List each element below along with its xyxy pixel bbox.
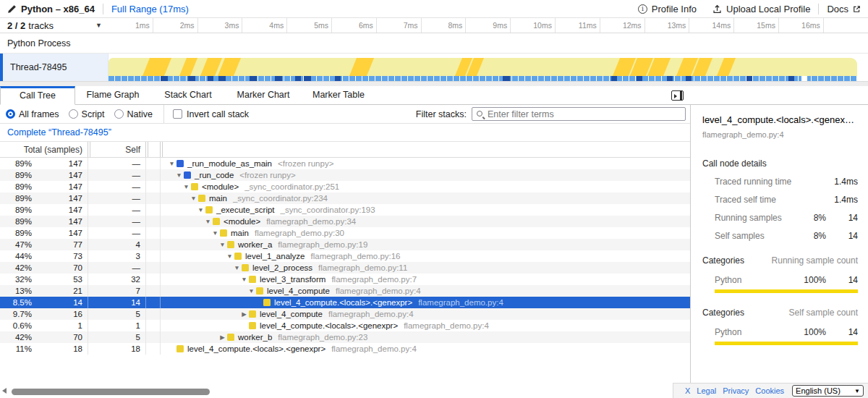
open-sidebar-toggle-icon[interactable] [671,90,684,101]
ruler-tick: 8ms [422,18,467,33]
function-name: <module> [224,217,260,226]
expand-arrow-down-icon[interactable]: ▼ [167,160,176,167]
tab-marker-table[interactable]: Marker Table [301,86,376,104]
call-tree-panel: All framesScriptNative Invert call stack… [0,105,691,398]
column-separator[interactable] [160,142,163,157]
cell-function: level_4_compute.<locals>.<genexpr>flameg… [163,298,690,307]
expand-arrow-down-icon[interactable]: ▼ [225,253,234,260]
radio-script[interactable]: Script [69,109,105,119]
radio-all-frames[interactable]: All frames [6,109,59,119]
divider [103,4,103,14]
thread-track-row[interactable]: Thread-78495 [0,54,868,81]
tab-call-tree[interactable]: Call Tree [0,86,75,105]
call-tree-row[interactable]: 89%147—▼_run_code<frozen runpy> [0,169,690,181]
expand-arrow-down-icon[interactable]: ▼ [232,264,242,271]
profile-info-button[interactable]: i Profile Info [638,4,697,14]
tab-marker-chart[interactable]: Marker Chart [226,86,301,104]
filter-text-field[interactable] [488,109,681,119]
expand-arrow-down-icon[interactable]: ▼ [174,172,184,179]
call-tree-row[interactable]: 9.7%165▶level_4_computeflamegraph_demo.p… [0,308,690,320]
sample-marker [161,76,168,81]
call-tree-row[interactable]: 89%147—▼<module>flamegraph_demo.py:34 [0,216,690,227]
call-tree-row[interactable]: 89%147—▼<module>_sync_coordinator.py:251 [0,181,690,192]
sample-marker [611,76,617,81]
expand-arrow-down-icon[interactable]: ▼ [182,183,191,190]
cell-function: ▼level_2_processflamegraph_demo.py:11 [163,263,690,272]
file-location: flamegraph_demo.py:34 [266,217,356,226]
category-square-blue [184,172,191,179]
upload-profile-button[interactable]: Upload Local Profile [712,4,810,14]
ruler-ticks: 1ms2ms3ms4ms5ms6ms7ms8ms9ms10ms11ms12ms1… [109,18,868,33]
call-tree-row[interactable]: 47%774▼worker_aflamegraph_demo.py:19 [0,239,690,250]
samples-strip[interactable] [109,76,857,81]
horizontal-scrollbar[interactable] [12,389,210,395]
call-tree-row[interactable]: 89%147—▼main_sync_coordinator.py:234 [0,192,690,204]
expand-arrow-down-icon[interactable]: ▼ [247,287,256,295]
call-tree-row[interactable]: 0.6%11level_4_compute.<locals>.<genexpr>… [0,320,690,331]
radio-native[interactable]: Native [114,109,153,119]
docs-button[interactable]: Docs [827,4,861,14]
language-select[interactable]: English (US) ▼ [792,385,864,397]
thread-activity-track[interactable] [109,54,868,81]
sample-marker [667,76,673,81]
call-tree-row[interactable]: 89%147—▼mainflamegraph_demo.py:30 [0,227,690,239]
call-tree-row[interactable]: 89%147—▼_execute_script_sync_coordinator… [0,204,690,216]
file-location: <frozen runpy> [239,171,295,179]
footer-link-privacy[interactable]: Privacy [723,386,749,395]
call-tree-row[interactable]: 8.5%1414level_4_compute.<locals>.<genexp… [0,297,690,308]
category-square-yellow [263,299,271,306]
cell-self: — [90,159,145,168]
column-separator [145,320,148,331]
ruler-tick: 5ms [287,18,332,33]
footer-link-cookies[interactable]: Cookies [755,386,784,395]
tab-stack-chart[interactable]: Stack Chart [150,86,226,104]
ruler-tick: 14ms [689,18,734,33]
call-tree-row[interactable]: 44%733▼level_1_analyzeflamegraph_demo.py… [0,250,690,262]
column-separator [145,250,148,262]
col-header-total[interactable]: Total (samples) [0,145,88,155]
call-tree-row[interactable]: 42%70—▼level_2_processflamegraph_demo.py… [0,262,690,274]
ruler-tick: 10ms [511,18,556,33]
column-separator[interactable] [145,142,148,157]
stack-filter-input[interactable] [472,107,686,121]
function-name: <module> [202,182,239,191]
call-node-sidebar: level_4_compute.<locals>.<genexpr> flame… [691,105,868,398]
expand-arrow-down-icon[interactable]: ▼ [196,206,205,213]
expand-arrow-down-icon[interactable]: ▼ [239,276,249,283]
tab-flame-graph[interactable]: Flame Graph [75,86,150,104]
file-location: flamegraph_demo.py:4 [331,344,417,353]
breadcrumb-complete-thread[interactable]: Complete “Thread-78495” [7,127,111,137]
ruler-tick: 12ms [600,18,645,33]
function-name: _run_code [195,171,234,179]
call-tree-row[interactable]: 13%217▼level_4_computeflamegraph_demo.py… [0,285,690,297]
edit-pencil-icon[interactable] [7,4,17,14]
cell-self: — [90,194,145,203]
scroll-left-arrow-icon[interactable] [2,388,7,394]
call-tree-row[interactable]: 42%705▶worker_bflamegraph_demo.py:23 [0,331,690,343]
expand-arrow-down-icon[interactable]: ▼ [203,218,213,225]
call-tree-row[interactable]: 11%1818level_4_compute.<locals>.<genexpr… [0,343,690,355]
ruler-tick: 13ms [645,18,690,33]
function-name: level_2_process [252,263,312,272]
footer-link-legal[interactable]: Legal [697,386,716,395]
function-name: worker_b [238,333,272,342]
cell-function: level_4_compute.<locals>.<genexpr>flameg… [163,344,690,353]
expand-arrow-down-icon[interactable]: ▼ [218,241,227,248]
invert-call-stack-checkbox[interactable]: Invert call stack [173,109,249,119]
tracks-dropdown[interactable]: 2 / 2 tracks ▼ [0,18,109,33]
expand-arrow-right-icon[interactable]: ▶ [218,334,227,341]
expand-arrow-down-icon[interactable]: ▼ [210,229,220,237]
expand-arrow-down-icon[interactable]: ▼ [189,195,198,202]
call-tree-row[interactable]: 89%147—▼_run_module_as_main<frozen runpy… [0,158,690,169]
activity-graph[interactable] [109,58,857,76]
timeline-scrollbar[interactable] [0,81,868,86]
cell-function: ▼level_3_transformflamegraph_demo.py:7 [163,275,690,284]
process-track-row[interactable]: Python Process [0,33,868,54]
thread-label[interactable]: Thread-78495 [3,54,109,81]
full-range-link[interactable]: Full Range (17ms) [111,4,189,14]
call-tree-row[interactable]: 32%5332▼level_3_transformflamegraph_demo… [0,274,690,285]
cell-self: — [90,263,145,272]
footer-link-x[interactable]: X [685,386,690,395]
col-header-self[interactable]: Self [90,145,145,155]
expand-arrow-right-icon[interactable]: ▶ [239,310,249,318]
